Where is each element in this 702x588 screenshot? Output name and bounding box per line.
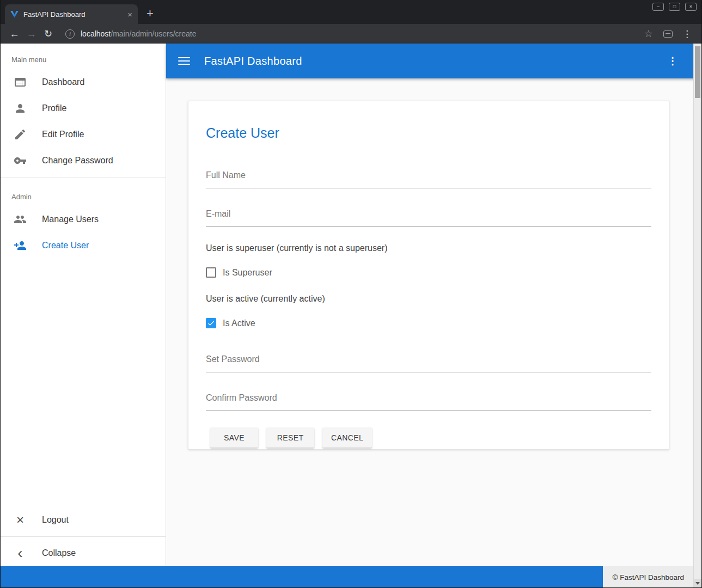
set-password-input[interactable] bbox=[206, 352, 651, 372]
url-host[interactable]: localhost bbox=[81, 29, 111, 38]
people-icon bbox=[14, 213, 27, 226]
sidebar-item-label: Create User bbox=[42, 241, 89, 250]
is-superuser-label: Is Superuser bbox=[223, 268, 272, 278]
main-area: FastAPI Dashboard ⋮ Create User User is … bbox=[166, 44, 701, 566]
is-active-label: Is Active bbox=[223, 318, 255, 328]
sidebar-item-label: Edit Profile bbox=[42, 130, 84, 139]
scrollbar-thumb[interactable] bbox=[695, 46, 700, 98]
person-add-icon bbox=[14, 239, 27, 252]
sidebar-item-label: Change Password bbox=[42, 156, 113, 166]
footer: © FastAPI Dashboard bbox=[1, 566, 701, 588]
main-content: Create User User is superuser (currently… bbox=[166, 78, 701, 566]
bookmark-star-icon[interactable]: ☆ bbox=[644, 28, 653, 40]
key-icon bbox=[14, 154, 27, 167]
create-user-card: Create User User is superuser (currently… bbox=[188, 101, 669, 450]
browser-window: FastAPI Dashboard × + – □ × ← → ↻ i loca… bbox=[0, 0, 702, 588]
full-name-input[interactable] bbox=[206, 168, 651, 188]
app-bar: FastAPI Dashboard ⋮ bbox=[166, 44, 701, 78]
window-controls: – □ × bbox=[652, 3, 697, 11]
back-icon[interactable]: ← bbox=[6, 26, 23, 42]
sidebar-item-manage-users[interactable]: Manage Users bbox=[1, 206, 166, 232]
app-bar-title: FastAPI Dashboard bbox=[204, 55, 302, 68]
reload-icon[interactable]: ↻ bbox=[40, 26, 57, 42]
reset-button[interactable]: RESET bbox=[266, 427, 314, 448]
active-checkbox-row: Is Active bbox=[206, 318, 651, 328]
sidebar-item-label: Dashboard bbox=[42, 77, 84, 87]
save-button[interactable]: SAVE bbox=[210, 427, 258, 448]
person-icon bbox=[14, 102, 27, 115]
sidebar-item-dashboard[interactable]: Dashboard bbox=[1, 69, 166, 95]
browser-tab[interactable]: FastAPI Dashboard × bbox=[5, 4, 138, 24]
sidebar-item-edit-profile[interactable]: Edit Profile bbox=[1, 121, 166, 148]
superuser-hint-text: User is superuser (currently is not a su… bbox=[206, 243, 651, 253]
chevron-left-icon: ‹ bbox=[14, 547, 27, 559]
logout-x-icon: × bbox=[14, 513, 27, 526]
sidebar-bottom: × Logout ‹ Collapse bbox=[1, 507, 166, 566]
window-close-button[interactable]: × bbox=[685, 3, 697, 11]
sidebar-item-change-password[interactable]: Change Password bbox=[1, 148, 166, 174]
new-tab-button[interactable]: + bbox=[146, 8, 154, 20]
sidebar-item-label: Profile bbox=[42, 103, 66, 113]
confirm-password-input[interactable] bbox=[206, 391, 651, 411]
browser-titlebar: FastAPI Dashboard × + – □ × bbox=[1, 0, 701, 24]
cancel-button[interactable]: CANCEL bbox=[322, 427, 372, 448]
page-title: Create User bbox=[206, 125, 651, 141]
url-path[interactable]: /main/admin/users/create bbox=[111, 29, 196, 38]
browser-menu-dots-icon[interactable]: ⋮ bbox=[682, 28, 692, 40]
forward-icon[interactable]: → bbox=[23, 26, 40, 42]
vuetify-favicon-icon bbox=[10, 11, 19, 18]
email-input[interactable] bbox=[206, 207, 651, 227]
superuser-checkbox-row: Is Superuser bbox=[206, 267, 651, 278]
browser-toolbar: ← → ↻ i localhost /main/admin/users/crea… bbox=[1, 24, 701, 44]
app-bar-menu-dots-icon[interactable]: ⋮ bbox=[668, 55, 677, 67]
sidebar: Main menu Dashboard Profile Edit Profile bbox=[1, 44, 166, 566]
scrollbar-track[interactable] bbox=[693, 44, 701, 587]
sidebar-item-profile[interactable]: Profile bbox=[1, 95, 166, 121]
sidebar-divider bbox=[1, 177, 166, 177]
sidebar-section-admin: Admin bbox=[1, 181, 166, 206]
sidebar-item-label: Manage Users bbox=[42, 215, 99, 224]
sidebar-item-logout[interactable]: × Logout bbox=[1, 507, 166, 533]
sidebar-divider bbox=[1, 536, 166, 537]
tab-title: FastAPI Dashboard bbox=[23, 10, 123, 19]
form-buttons: SAVE RESET CANCEL bbox=[210, 427, 651, 448]
sidebar-item-collapse[interactable]: ‹ Collapse bbox=[1, 540, 166, 566]
scrollbar-down-arrow[interactable] bbox=[694, 579, 701, 587]
active-hint-text: User is active (currently active) bbox=[206, 294, 651, 304]
hamburger-menu-icon[interactable] bbox=[178, 57, 190, 65]
sidebar-item-label: Collapse bbox=[42, 548, 76, 558]
extensions-icon-bar bbox=[666, 33, 670, 34]
sidebar-section-main-menu: Main menu bbox=[1, 44, 166, 69]
footer-copyright: © FastAPI Dashboard bbox=[603, 566, 693, 588]
is-active-checkbox[interactable] bbox=[206, 318, 216, 328]
checkmark-icon bbox=[207, 319, 215, 327]
sidebar-item-create-user[interactable]: Create User bbox=[1, 232, 166, 259]
window-minimize-button[interactable]: – bbox=[652, 3, 664, 11]
dashboard-icon bbox=[14, 76, 27, 89]
tab-close-icon[interactable]: × bbox=[127, 10, 132, 19]
extensions-icon[interactable] bbox=[663, 30, 673, 38]
site-info-icon[interactable]: i bbox=[65, 29, 75, 39]
window-maximize-button[interactable]: □ bbox=[669, 3, 680, 11]
sidebar-item-label: Logout bbox=[42, 515, 69, 525]
pencil-icon bbox=[14, 128, 27, 141]
is-superuser-checkbox[interactable] bbox=[206, 267, 216, 278]
page-body: Main menu Dashboard Profile Edit Profile bbox=[1, 44, 701, 566]
